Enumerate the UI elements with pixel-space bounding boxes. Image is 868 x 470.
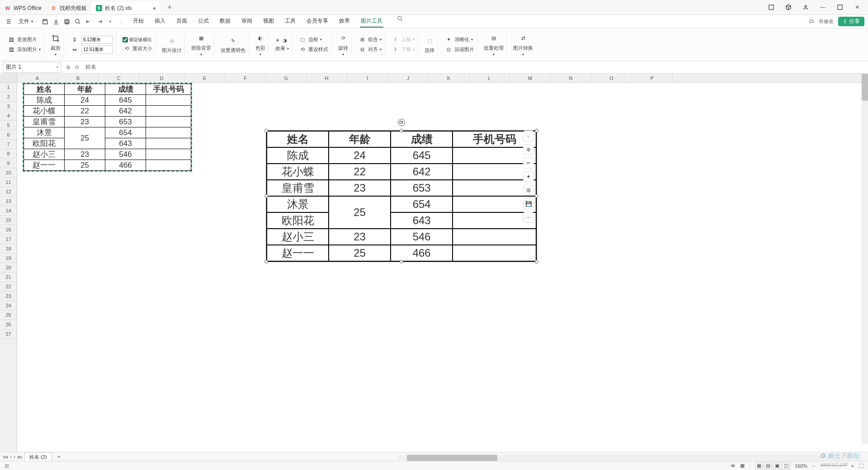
pic-design-button[interactable]: ◇图片设计 [162,35,182,54]
col-header[interactable]: I [347,74,388,82]
row-header[interactable]: 11 [0,178,17,187]
tab-template[interactable]: D 找稻壳模板 [46,2,91,14]
sheet-first-icon[interactable]: ⏮ [3,454,8,460]
view-normal-icon[interactable]: ▦ [755,462,763,470]
clarify-button[interactable]: ✦清晰化▾ [444,36,474,44]
reset-style-button[interactable]: ⟲重设样式 [298,46,328,54]
move-up-button[interactable]: ⬆上移▾ [391,36,415,44]
redo-icon[interactable] [95,18,104,26]
formula-input[interactable]: 姓名 [82,63,868,71]
select-all-corner[interactable] [0,74,17,83]
row-header[interactable]: 14 [0,206,17,216]
qat-dropdown-icon[interactable]: ▾ [106,18,114,26]
row-header[interactable]: 8 [0,149,17,159]
maximize-button[interactable] [834,1,846,14]
hamburger-icon[interactable]: ☰ [4,19,14,25]
combine-button[interactable]: ⊞组合▾ [358,36,382,44]
change-picture-button[interactable]: 🖼更改图片 [7,36,41,44]
row-header[interactable]: 7 [0,140,17,149]
col-header[interactable]: O [591,74,632,82]
sheet-tab-active[interactable]: 姓名 (2) [24,452,52,461]
tab-member[interactable]: 会员专享 [306,15,329,28]
row-header[interactable]: 24 [0,301,17,310]
cloud-sync-icon[interactable] [808,18,814,25]
brightness-icon[interactable]: ☀ [275,38,280,43]
row-header[interactable]: 19 [0,254,17,263]
row-header[interactable]: 3 [0,102,17,111]
resize-handle-n[interactable] [400,129,403,132]
align-button[interactable]: ⊟对齐▾ [358,46,382,54]
row-header[interactable]: 6 [0,130,17,140]
float-tool-more[interactable]: ⋯ [523,212,534,223]
save-icon[interactable] [41,18,49,26]
add-sheet-button[interactable]: + [54,454,64,460]
row-header[interactable]: 5 [0,121,17,130]
crop-button[interactable]: 裁剪▾ [50,33,61,56]
resize-handle-w[interactable] [264,194,268,198]
row-header[interactable]: 12 [0,187,17,197]
col-header[interactable]: M [510,74,551,82]
row-header[interactable]: 20 [0,263,17,273]
add-picture-button[interactable]: 🖼添加图片▾ [7,46,41,54]
col-header[interactable]: E [184,74,225,82]
resize-handle-ne[interactable] [535,129,538,132]
col-header[interactable]: N [551,74,591,82]
view-pagebreak-icon[interactable]: ▤ [764,462,772,470]
tab-insert[interactable]: 插入 [154,15,166,28]
col-header[interactable]: D [139,74,184,82]
tab-current-file[interactable]: S 姓名 (2).xls ● [91,2,160,14]
resize-handle-sw[interactable] [264,260,268,263]
border-button[interactable]: ▢边框▾ [298,36,328,44]
file-menu[interactable]: 文件▾ [16,18,36,25]
batch-button[interactable]: ▤批量处理▾ [484,33,504,56]
width-input[interactable] [81,46,113,54]
cancel-formula-icon[interactable]: ⊗ [64,64,72,70]
tab-formula[interactable]: 公式 [197,15,210,28]
fx-icon[interactable]: fx [72,64,82,70]
fullscreen-icon[interactable]: ⛶ [859,463,863,469]
row-header[interactable]: 15 [0,216,17,225]
tab-picture-tools[interactable]: 图片工具 [360,15,383,28]
row-header[interactable]: 13 [0,197,17,206]
vertical-scrollbar[interactable] [862,74,868,444]
search-icon[interactable] [397,15,403,28]
lock-ratio-checkbox[interactable]: 锁定纵横比 [123,37,152,43]
tab-efficiency[interactable]: 效率 [338,15,351,28]
row-header[interactable]: 22 [0,282,17,291]
row-header[interactable]: 27 [0,329,17,339]
zoom-level[interactable]: 160% [795,463,807,469]
float-tool-crop[interactable]: ✂ [523,158,534,169]
effect-button[interactable]: 效果▾ [275,45,289,52]
tab-data[interactable]: 数据 [219,15,231,28]
horizontal-scrollbar[interactable] [398,455,862,461]
col-header[interactable]: K [429,74,469,82]
tab-page[interactable]: 页面 [175,15,188,28]
row-header[interactable]: 4 [0,111,17,121]
sheet-next-icon[interactable]: › [14,454,15,460]
minimize-button[interactable]: — [816,1,829,14]
col-header[interactable]: B [58,74,99,82]
share-button[interactable]: ⇪ 分享 [838,17,864,26]
float-tool-effect[interactable]: ✦ [523,171,534,182]
view-custom-icon[interactable]: ◫ [782,462,790,470]
reset-size-button[interactable]: ⟲重设大小 [123,45,152,53]
row-header[interactable]: 26 [0,320,17,329]
contrast-icon[interactable]: ◑ [283,38,287,43]
col-header[interactable]: F [225,74,266,82]
compress-button[interactable]: ⊡压缩图片 [444,46,474,54]
name-box[interactable]: 图片 1 ▾ [3,62,61,73]
transparent-button[interactable]: ✎设置透明色 [221,35,245,54]
resize-handle-e[interactable] [535,194,538,198]
col-header[interactable]: A [17,74,58,82]
tab-start[interactable]: 开始 [132,15,145,28]
float-tool-zoom[interactable]: ⊕ [523,144,534,155]
col-header[interactable]: J [388,74,429,82]
float-tool-layout[interactable]: ⊞ [523,185,534,196]
status-eye-icon[interactable]: 👁 [731,463,736,469]
row-header[interactable]: 10 [0,168,17,178]
select-button[interactable]: ⬚选择 [424,35,435,54]
close-button[interactable]: ✕ [851,1,863,14]
namebox-dropdown-icon[interactable]: ▾ [57,65,58,69]
tab-tools[interactable]: 工具 [284,15,297,28]
col-header[interactable]: H [307,74,347,82]
